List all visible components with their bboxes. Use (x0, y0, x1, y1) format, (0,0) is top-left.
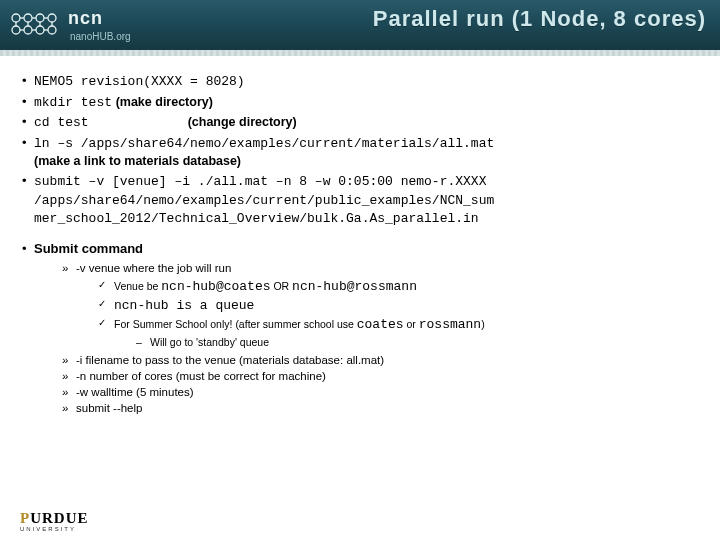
annotation-text: (make directory) (116, 95, 213, 109)
slide-title: Parallel run (1 Node, 8 cores) (373, 6, 706, 32)
check-venue: Venue be ncn-hub@coates OR ncn-hub@rossm… (98, 278, 698, 297)
sub-list: -v venue where the job will run Venue be… (34, 260, 698, 416)
slide: ncn nanoHUB.org Parallel run (1 Node, 8 … (0, 0, 720, 540)
text: OR (271, 280, 293, 292)
main-bullet-list: NEMO5 revision(XXXX = 8028) mkdir test (… (22, 72, 698, 416)
purdue-university-text: UNIVERSITY (20, 526, 89, 532)
brand-text: ncn (68, 8, 103, 28)
sub-help: submit --help (62, 400, 698, 416)
svg-point-3 (48, 14, 56, 22)
svg-point-6 (36, 26, 44, 34)
check-list: Venue be ncn-hub@coates OR ncn-hub@rossm… (76, 278, 698, 350)
text: -w walltime (5 minutes) (76, 386, 194, 398)
cmd-text: submit –v [venue] –i ./all.mat –n 8 –w 0… (34, 174, 486, 189)
svg-point-2 (36, 14, 44, 22)
cmd-text: /apps/share64/nemo/examples/current/publ… (34, 193, 494, 208)
text: Will go to 'standby' queue (150, 336, 269, 348)
slide-body: NEMO5 revision(XXXX = 8028) mkdir test (… (0, 56, 720, 416)
bullet-submit: submit –v [venue] –i ./all.mat –n 8 –w 0… (22, 172, 698, 228)
text: -v venue where the job will run (76, 262, 231, 274)
cmd-text: ln –s /apps/share64/nemo/examples/curren… (34, 136, 494, 151)
annotation-text: (make a link to materials database) (34, 154, 241, 168)
dash-list: Will go to 'standby' queue (114, 335, 698, 350)
svg-point-7 (48, 26, 56, 34)
footer-logo: PURDUE UNIVERSITY (20, 512, 89, 533)
check-summer: For Summer School only! (after summer sc… (98, 316, 698, 350)
text: ) (481, 318, 485, 330)
svg-point-0 (12, 14, 20, 22)
cmd-text: NEMO5 revision(XXXX = 8028) (34, 74, 245, 89)
mono-text: ncn-hub is a queue (114, 298, 254, 313)
text: Venue be (114, 280, 161, 292)
bullet-submit-command: Submit command -v venue where the job wi… (22, 240, 698, 417)
logo-letters: URDUE (30, 510, 88, 526)
mono-text: coates (357, 317, 404, 332)
sub-n: -n number of cores (must be correct for … (62, 368, 698, 384)
brand-subtext: nanoHUB.org (70, 31, 131, 42)
text: -i filename to pass to the venue (materi… (76, 354, 384, 366)
brand-block: ncn nanoHUB.org (8, 8, 131, 43)
sub-w: -w walltime (5 minutes) (62, 384, 698, 400)
text: -n number of cores (must be correct for … (76, 370, 326, 382)
annotation-text: (change directory) (188, 115, 297, 129)
check-queue: ncn-hub is a queue (98, 297, 698, 316)
text: or (404, 318, 419, 330)
sub-v: -v venue where the job will run Venue be… (62, 260, 698, 350)
cmd-text: cd test (34, 114, 184, 132)
mono-text: ncn-hub@rossmann (292, 279, 417, 294)
bullet-ln: ln –s /apps/share64/nemo/examples/curren… (22, 134, 698, 170)
dash-standby: Will go to 'standby' queue (136, 335, 698, 350)
heading-text: Submit command (34, 241, 143, 256)
bullet-cd: cd test (change directory) (22, 113, 698, 132)
svg-point-5 (24, 26, 32, 34)
purdue-logo-text: PURDUE (20, 512, 89, 526)
ncn-logo-icon (8, 12, 62, 38)
cmd-text: mkdir test (34, 95, 112, 110)
svg-point-1 (24, 14, 32, 22)
mono-text: ncn-hub@coates (161, 279, 270, 294)
text: For Summer School only! (after summer sc… (114, 318, 357, 330)
logo-letter: P (20, 510, 30, 526)
sub-i: -i filename to pass to the venue (materi… (62, 352, 698, 368)
bullet-mkdir: mkdir test (make directory) (22, 93, 698, 112)
cmd-text: mer_school_2012/Technical_Overview/bulk.… (34, 211, 479, 226)
header-bar: ncn nanoHUB.org Parallel run (1 Node, 8 … (0, 0, 720, 56)
text: submit --help (76, 402, 142, 414)
svg-point-4 (12, 26, 20, 34)
mono-text: rossmann (419, 317, 481, 332)
bullet-nemo-revision: NEMO5 revision(XXXX = 8028) (22, 72, 698, 91)
